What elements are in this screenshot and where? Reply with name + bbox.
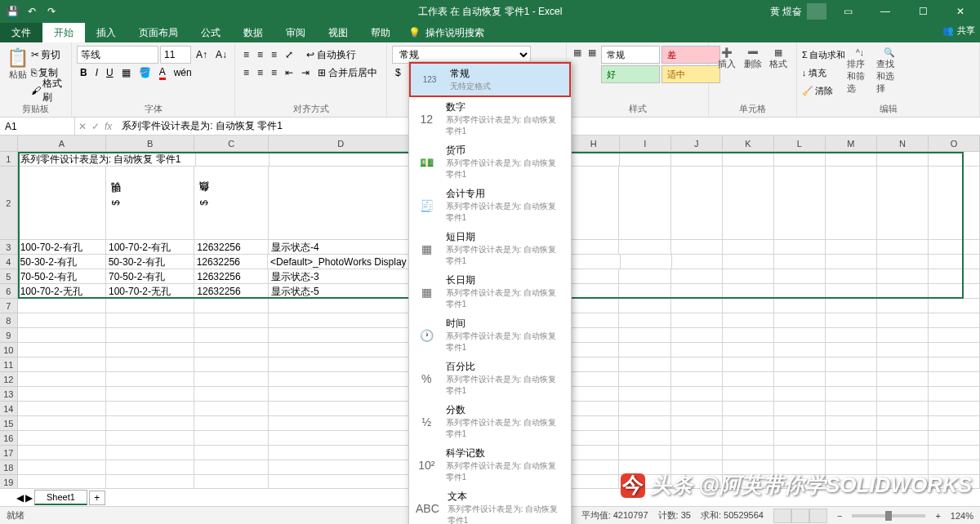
row-header[interactable]: 3 xyxy=(0,240,18,255)
select-all-corner[interactable] xyxy=(0,135,18,152)
font-size-select[interactable] xyxy=(160,46,191,64)
cell[interactable] xyxy=(18,357,106,372)
add-sheet-button[interactable]: + xyxy=(89,491,105,505)
cell[interactable]: 70-50-2-有孔 xyxy=(106,269,194,284)
cell[interactable] xyxy=(619,387,670,402)
cell[interactable] xyxy=(106,431,194,446)
cell[interactable]: 50-30-2-有孔 xyxy=(106,255,194,269)
format-cells-button[interactable]: ▦格式 xyxy=(765,46,791,72)
cell[interactable] xyxy=(826,284,877,299)
maximize-icon[interactable]: ☐ xyxy=(906,0,939,23)
cell[interactable] xyxy=(877,357,929,372)
row-header[interactable]: 2 xyxy=(0,167,18,240)
cell[interactable] xyxy=(568,343,619,357)
cut-button[interactable]: 剪切 xyxy=(41,48,60,62)
cell[interactable]: 100-70-2-有孔 xyxy=(106,240,194,255)
redo-icon[interactable]: ↷ xyxy=(42,2,60,20)
cell[interactable] xyxy=(929,387,980,402)
cell[interactable] xyxy=(723,446,774,460)
cell[interactable] xyxy=(269,372,413,387)
zoom-out-icon[interactable]: − xyxy=(837,511,842,521)
cell[interactable] xyxy=(774,357,826,372)
cell[interactable] xyxy=(929,313,980,328)
cell[interactable] xyxy=(269,328,413,343)
tab-formulas[interactable]: 公式 xyxy=(189,23,232,42)
nf-text[interactable]: ABC 文本系列零件设计表是为: 自动恢复 零件1 xyxy=(409,486,571,524)
row-header[interactable]: 16 xyxy=(0,431,18,446)
cell[interactable] xyxy=(194,475,269,488)
cell[interactable] xyxy=(619,416,670,431)
cell[interactable] xyxy=(568,387,619,402)
row-header[interactable]: 8 xyxy=(0,313,18,328)
cell[interactable] xyxy=(269,357,413,372)
tab-insert[interactable]: 插入 xyxy=(85,23,127,42)
cell[interactable] xyxy=(877,446,929,460)
cell[interactable] xyxy=(18,416,106,431)
cell[interactable] xyxy=(774,402,826,416)
row-header[interactable]: 1 xyxy=(0,152,18,167)
cell[interactable] xyxy=(18,313,106,328)
cell[interactable] xyxy=(723,284,774,299)
cell[interactable]: 系列零件设计表是为: 自动恢复 零件1 xyxy=(18,152,108,167)
cell[interactable] xyxy=(672,255,724,269)
cell[interactable] xyxy=(106,313,194,328)
cell[interactable] xyxy=(723,372,774,387)
cell[interactable] xyxy=(877,431,929,446)
tab-home[interactable]: 开始 xyxy=(42,23,85,42)
merge-center-button[interactable]: ⊞ 合并后居中 xyxy=(318,66,377,80)
cell[interactable] xyxy=(826,431,877,446)
format-painter-button[interactable]: 格式刷 xyxy=(42,77,66,104)
align-top-icon[interactable]: ≡ xyxy=(240,47,252,63)
row-header[interactable]: 4 xyxy=(0,255,18,269)
tab-data[interactable]: 数据 xyxy=(232,23,274,42)
cell[interactable]: 100-70-2-无孔 xyxy=(106,284,194,299)
clear-button[interactable]: 🧹 清除 xyxy=(802,82,845,100)
cell[interactable] xyxy=(269,475,413,488)
cell[interactable] xyxy=(723,402,774,416)
cell[interactable] xyxy=(269,431,413,446)
cell[interactable] xyxy=(671,372,723,387)
cell[interactable] xyxy=(194,357,269,372)
cell[interactable] xyxy=(194,402,269,416)
cell[interactable] xyxy=(269,299,413,313)
col-header[interactable]: D xyxy=(269,135,413,152)
cell[interactable] xyxy=(568,431,619,446)
row-header[interactable]: 19 xyxy=(0,475,18,488)
col-header[interactable]: I xyxy=(620,135,671,152)
row-header[interactable]: 11 xyxy=(0,357,18,372)
cell[interactable] xyxy=(774,240,826,255)
cell[interactable] xyxy=(723,167,774,240)
cell[interactable] xyxy=(774,387,826,402)
cell[interactable] xyxy=(269,387,413,402)
cell[interactable] xyxy=(929,446,980,460)
cell[interactable] xyxy=(723,387,774,402)
cell[interactable] xyxy=(929,240,980,255)
cell[interactable] xyxy=(18,372,106,387)
cell[interactable] xyxy=(619,269,670,284)
nf-scientific[interactable]: 10² 科学记数系列零件设计表是为: 自动恢复 零件1 xyxy=(409,443,571,486)
cell[interactable] xyxy=(106,328,194,343)
row-header[interactable]: 9 xyxy=(0,328,18,343)
zoom-level[interactable]: 124% xyxy=(951,511,973,521)
undo-icon[interactable]: ↶ xyxy=(23,2,41,20)
cell[interactable] xyxy=(877,313,929,328)
cell[interactable] xyxy=(619,299,670,313)
minimize-icon[interactable]: — xyxy=(869,0,902,23)
cell[interactable] xyxy=(269,402,413,416)
cell[interactable] xyxy=(106,299,194,313)
sheet-tab[interactable]: Sheet1 xyxy=(34,490,87,505)
row-header[interactable]: 5 xyxy=(0,269,18,284)
cell[interactable] xyxy=(18,343,106,357)
cell[interactable] xyxy=(106,402,194,416)
cell[interactable] xyxy=(108,152,196,167)
nf-short-date[interactable]: ▦ 短日期系列零件设计表是为: 自动恢复 零件1 xyxy=(409,227,571,270)
col-header[interactable]: B xyxy=(106,135,194,152)
cell[interactable] xyxy=(774,299,826,313)
fx-icon[interactable]: fx xyxy=(105,121,112,132)
cell[interactable] xyxy=(723,343,774,357)
enter-icon[interactable]: ✓ xyxy=(91,121,100,132)
prev-sheet-icon[interactable]: ◀ xyxy=(16,492,24,504)
cell[interactable]: 12632256 xyxy=(194,255,268,269)
italic-button[interactable]: I xyxy=(92,64,101,81)
nf-accounting[interactable]: 🧾 会计专用系列零件设计表是为: 自动恢复 零件1 xyxy=(409,184,571,227)
